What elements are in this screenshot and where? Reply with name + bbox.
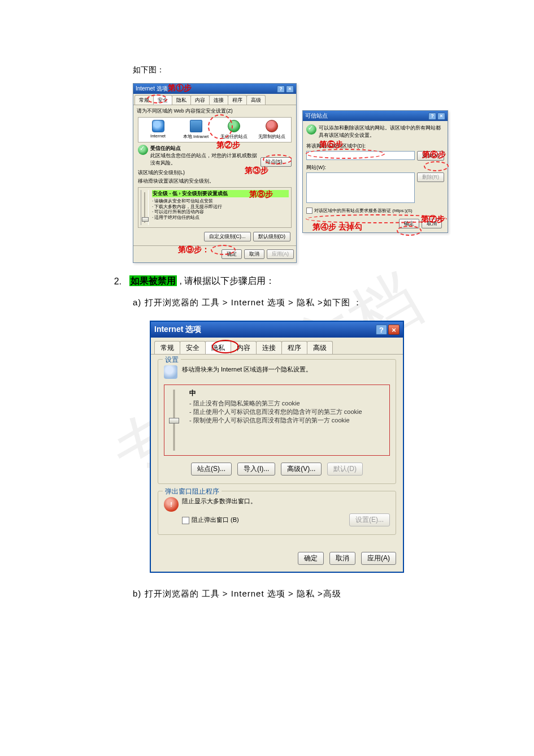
ok-button-2[interactable]: 确定 (399, 219, 419, 228)
step7-label: 第⑦步 (421, 214, 445, 224)
step5-label: 第⑤步 (319, 140, 343, 150)
intro-text: 如下图： (133, 65, 494, 75)
add-site-input[interactable] (306, 151, 415, 160)
win1-controls: ? × (277, 85, 294, 93)
tab-connections-2[interactable]: 连接 (256, 341, 282, 354)
tab-programs-2[interactable]: 程序 (281, 341, 307, 354)
tab-content-2[interactable]: 内容 (231, 341, 257, 354)
sub-line-b: b) 打开浏览器的 工具 > Internet 选项 > 隐私 >高级 (133, 589, 494, 599)
zone-trusted[interactable]: 无信任的站点 (215, 120, 252, 140)
screenshot-2: Internet 选项 ? × 常规 安全 隐私 内容 连接 程序 高级 设置 … (150, 321, 404, 573)
trusted-title: 受信任的站点 (150, 145, 181, 151)
stop-icon: ! (164, 497, 179, 512)
https-label: 对该区域中的所有站点要求服务器验证 (https:)(S) (314, 208, 413, 213)
help-icon[interactable]: ? (428, 113, 436, 120)
sub-line-a: a) 打开浏览器的 工具 > Internet 选项 > 隐私 >如下图 ： (133, 297, 494, 308)
globe-icon (152, 120, 164, 132)
screenshot-1: Internet 选项 ? × 常规 安全 隐私 内容 连接 程序 高级 请为不… (133, 83, 449, 258)
custom-level-button[interactable]: 自定义级别(C)... (204, 232, 251, 241)
help-icon[interactable]: ? (376, 325, 387, 335)
tab-privacy-2[interactable]: 隐私 (205, 341, 231, 354)
zone-intranet[interactable]: 本地 Intranet (177, 120, 214, 140)
privacy-bullet: 限制使用个人可标识信息而没有隐含许可的第一方 cookie (189, 416, 386, 425)
para-2-line: 2. 如果被禁用 , 请根据以下步骤启用： (110, 275, 494, 287)
trusted-icon (228, 120, 240, 132)
tab-connections[interactable]: 连接 (209, 95, 228, 105)
sites-label: 网站(W): (306, 164, 444, 171)
trusted-desc2: 可以添加和删除该区域的网站。该区域中的所有网站都具有该区域的安全设置。 (319, 124, 444, 139)
tab-privacy[interactable]: 隐私 (172, 95, 191, 105)
step3-label: 第③步 (245, 166, 268, 176)
help-icon[interactable]: ? (277, 85, 285, 93)
step1-label: 第①步 (168, 83, 192, 93)
tab-advanced-2[interactable]: 高级 (307, 341, 333, 354)
zone-hint: 请为不同区域的 Web 内容指定安全设置(Z) (137, 107, 293, 115)
tab-security[interactable]: 安全 (153, 95, 172, 105)
cancel-button[interactable]: 取消 (244, 249, 264, 259)
privacy-hint: 移动滑块来为 Internet 区域选择一个隐私设置。 (182, 365, 312, 374)
tab-advanced[interactable]: 高级 (246, 95, 266, 105)
advanced-button[interactable]: 高级(V)... (281, 463, 322, 476)
remove-button[interactable]: 删除(R) (417, 172, 445, 182)
intranet-icon (190, 120, 202, 132)
sec-bullet: · 适用于绝对信任的站点 (152, 215, 289, 221)
sites-listbox[interactable] (306, 172, 415, 203)
privacy-bullet: 阻止没有合同隐私策略的第三方 cookie (189, 399, 386, 408)
trusted-desc: 此区域包含您信任的站点，对您的计算机或数据没有风险。 (150, 153, 257, 166)
security-slider[interactable] (141, 190, 149, 225)
restricted-icon (266, 120, 278, 132)
https-checkbox[interactable] (306, 208, 312, 214)
win1-tabs: 常规 安全 隐私 内容 连接 程序 高级 (133, 94, 296, 105)
check-icon (138, 145, 148, 155)
default-level-button[interactable]: 默认级别(D) (253, 232, 291, 241)
para-2-rest: , 请根据以下步骤启用： (177, 276, 275, 286)
privacy-slider[interactable] (168, 388, 180, 452)
tab-content[interactable]: 内容 (190, 95, 210, 105)
popup-hint: 阻止显示大多数弹出窗口。 (182, 497, 390, 506)
tab-general-2[interactable]: 常规 (154, 341, 180, 354)
sec-bullet: · 可以运行所有的活动内容 (152, 209, 289, 215)
tab-security-2[interactable]: 安全 (180, 341, 206, 354)
block-popup-checkbox[interactable] (182, 517, 189, 524)
step8-label: 第⑧步 (249, 189, 273, 200)
apply-button-3[interactable]: 应用(A) (361, 552, 396, 565)
popup-settings-button[interactable]: 设置(E)... (349, 513, 390, 526)
block-popup-label: 阻止弹出窗口 (B) (192, 516, 239, 523)
apply-button[interactable]: 应用(A) (267, 249, 294, 259)
ss2-titlebar: Internet 选项 ? × (151, 322, 403, 338)
close-icon[interactable]: × (286, 85, 294, 93)
tab-general[interactable]: 常规 (134, 95, 154, 105)
close-icon[interactable]: × (437, 113, 445, 120)
win2-controls: ? × (428, 113, 445, 120)
step2-label: 第②步 (216, 140, 240, 150)
step6-label: 第⑥步 (422, 150, 446, 160)
privacy-icon (164, 365, 177, 379)
tab-programs[interactable]: 程序 (228, 95, 247, 105)
zone-restricted[interactable]: 无限制的站点 (253, 120, 290, 140)
seclevel-title: 该区域的安全级别(L) (138, 169, 292, 176)
grp2-title: 弹出窗口阻止程序 (163, 487, 222, 496)
import-button[interactable]: 导入(I)... (237, 463, 275, 476)
cancel-button-3[interactable]: 取消 (329, 552, 355, 565)
check-icon (306, 124, 316, 135)
ok-button[interactable]: 确定 (222, 249, 242, 259)
para-2-num: 2. (110, 277, 121, 287)
step9-label: 第⑨步： (178, 245, 210, 255)
zone-internet[interactable]: Internet (140, 120, 176, 140)
ss2-title: Internet 选项 (154, 325, 201, 335)
privacy-bullet: 阻止使用个人可标识信息而没有您的隐含许可的第三方 cookie (189, 408, 386, 416)
para-2-highlight: 如果被禁用 (129, 275, 177, 286)
grp1-title: 设置 (163, 355, 181, 365)
seclevel-hint: 移动滑块设置该区域的安全级别。 (138, 178, 292, 185)
ss2-controls: ? × (376, 325, 400, 335)
sec-bullet: · 下载大多数内容，且无提示即运行 (152, 204, 289, 210)
win2-titlebar: 可信站点 ? × (303, 111, 448, 121)
win2-title: 可信站点 (305, 112, 328, 120)
default-button[interactable]: 默认(D) (327, 463, 363, 476)
close-icon[interactable]: × (388, 325, 400, 335)
step4-label: 第④步 去掉勾 (312, 222, 362, 232)
win1-titlebar: Internet 选项 ? × (133, 84, 296, 94)
sites-button-2[interactable]: 站点(S)... (191, 463, 232, 476)
ss2-tabs: 常规 安全 隐私 内容 连接 程序 高级 (151, 338, 403, 355)
ok-button-3[interactable]: 确定 (298, 552, 324, 565)
